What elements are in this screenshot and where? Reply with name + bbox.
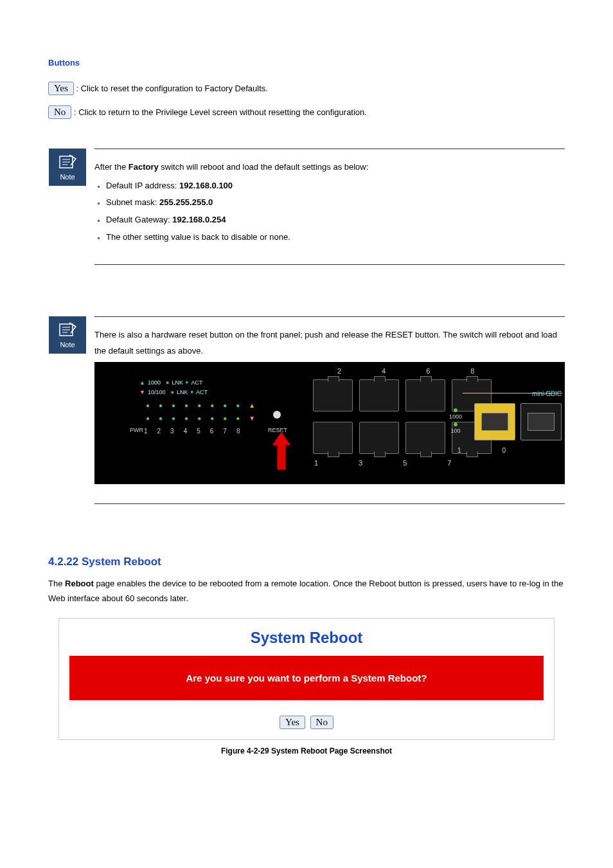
para-post: page enables the device to be rebooted f… bbox=[48, 579, 563, 603]
dialog-no-button[interactable]: No bbox=[310, 716, 333, 729]
no-button-sample[interactable]: No bbox=[48, 105, 71, 119]
note1-li2-val: 255.255.255.0 bbox=[159, 197, 213, 207]
note1-li2-label: Subnet mask: bbox=[106, 197, 159, 207]
legend-10-100: 10/100 bbox=[148, 389, 166, 395]
yes-desc: : Click to reset the configuration to Fa… bbox=[76, 84, 267, 93]
note-label: Note bbox=[60, 173, 75, 181]
pwr-label: PWR bbox=[130, 425, 143, 436]
dialog-yes-button[interactable]: Yes bbox=[280, 716, 305, 729]
switch-front-panel-image: ▲1000●LNK ✦ ACT ▼10/100●LNK ✦ ACT ●●●●●●… bbox=[94, 362, 565, 484]
sfp-nums: 9 10 bbox=[94, 444, 547, 457]
buttons-heading: Buttons bbox=[48, 58, 565, 68]
legend-act1: ACT bbox=[191, 379, 202, 386]
note1-intro-strong: Factory bbox=[129, 162, 159, 172]
section-num: 4.2.22 bbox=[48, 556, 82, 568]
dialog-title: System Reboot bbox=[59, 619, 554, 656]
note-icon: Note bbox=[49, 149, 86, 186]
section-heading: 4.2.22 System Reboot bbox=[48, 556, 565, 568]
legend-act2: ACT bbox=[196, 389, 208, 395]
note1-li3-label: Default Gateway: bbox=[106, 215, 172, 224]
note-block-1: Note After the Factory switch will reboo… bbox=[48, 142, 565, 291]
note1-intro-pre: After the bbox=[94, 162, 129, 172]
figure-caption: Figure 4-2-29 System Reboot Page Screens… bbox=[48, 746, 565, 755]
note2-intro: There is also a hardware reset button on… bbox=[94, 330, 557, 356]
gbic-label: mini-GBIC bbox=[532, 388, 562, 400]
dialog-warning: Are you sure you want to perform a Syste… bbox=[69, 656, 544, 700]
led-row-bot: ●●●●●●●●▼ bbox=[146, 412, 264, 424]
system-reboot-dialog: System Reboot Are you sure you want to p… bbox=[58, 618, 555, 740]
note1-intro-suf: switch will reboot and load the default … bbox=[159, 162, 369, 172]
legend-lnk2: LNK bbox=[177, 389, 188, 395]
note-icon: Note bbox=[49, 316, 86, 354]
no-desc: : Click to return to the Privilege Level… bbox=[74, 107, 367, 117]
spd-100: 100 bbox=[449, 426, 462, 435]
led-row-top: ●●●●●●●●▲ bbox=[146, 399, 264, 411]
port-numbers: 12345678 bbox=[144, 425, 250, 437]
sfp-speed-leds: ●1000 ●100 bbox=[449, 407, 462, 435]
yes-button-sample[interactable]: Yes bbox=[48, 82, 74, 95]
legend-1000: 1000 bbox=[148, 379, 161, 386]
note1-li1-val: 192.168.0.100 bbox=[179, 181, 233, 190]
note1-li4: The other setting value is back to disab… bbox=[106, 232, 290, 242]
note-block-2: Note There is also a hardware reset butt… bbox=[48, 310, 565, 516]
reboot-paragraph: The Reboot page enables the device to be… bbox=[48, 576, 565, 606]
section-title: System Reboot bbox=[82, 556, 161, 568]
sfp-slot-9 bbox=[474, 403, 515, 440]
rj-bot-nums: 1357 bbox=[314, 457, 506, 470]
note-label-2: Note bbox=[60, 341, 75, 348]
sfp-slot-10 bbox=[520, 403, 562, 440]
note1-li1-label: Default IP address: bbox=[106, 181, 179, 190]
note1-li3-val: 192.168.0.254 bbox=[172, 215, 226, 224]
para-pre: The bbox=[48, 579, 65, 588]
reset-button-graphic bbox=[273, 411, 281, 419]
para-bold: Reboot bbox=[65, 579, 94, 588]
legend-lnk1: LNK bbox=[172, 379, 183, 386]
